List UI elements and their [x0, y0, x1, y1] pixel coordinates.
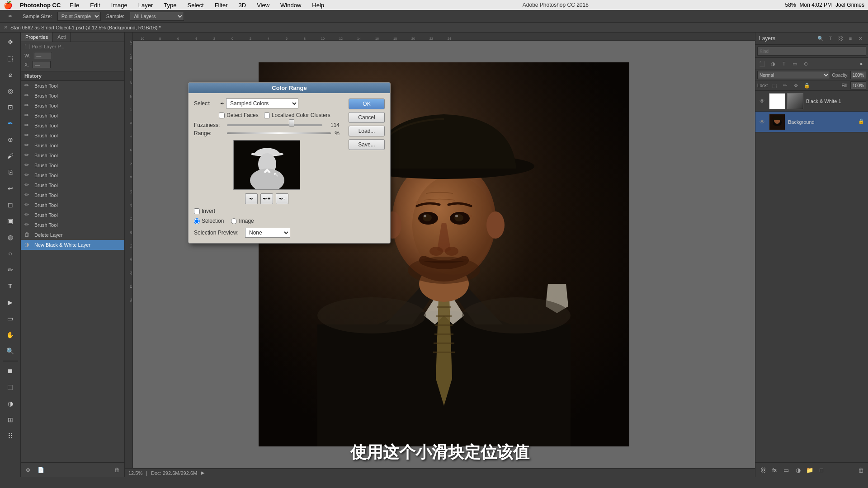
layers-search-input[interactable]: [757, 47, 866, 56]
layer-menu[interactable]: Layer: [137, 2, 155, 9]
selection-tool[interactable]: ⬚: [3, 51, 18, 66]
crop-tool[interactable]: ⊡: [3, 99, 18, 115]
layer-item-bg[interactable]: 👁 Background 🔒: [755, 112, 868, 132]
history-item-7[interactable]: ✏Brush Tool: [21, 150, 124, 160]
type-menu[interactable]: Type: [162, 2, 178, 9]
selection-radio[interactable]: Selection: [194, 218, 224, 224]
layers-extra-btn[interactable]: ≡: [846, 34, 854, 42]
layer-group-btn[interactable]: 📁: [804, 465, 815, 475]
close-doc-btn[interactable]: ✕: [4, 24, 8, 30]
history-item-10[interactable]: ✏Brush Tool: [21, 180, 124, 190]
ok-button[interactable]: OK: [349, 99, 385, 109]
lock-transparent-btn[interactable]: ⬚: [770, 81, 779, 89]
apple-menu[interactable]: 🍎: [4, 1, 13, 9]
history-item-0[interactable]: ✏Brush Tool: [21, 81, 124, 91]
document-tab[interactable]: ✕ Stan 0862 as Smart Object-1.psd @ 12.5…: [0, 23, 868, 33]
path-select-tool[interactable]: ▶: [3, 295, 18, 310]
eyedropper-add-btn[interactable]: ✒+: [260, 193, 273, 204]
brush-tool[interactable]: 🖌: [3, 148, 18, 164]
sample-value-select[interactable]: All Layers: [130, 12, 184, 21]
select-dropdown[interactable]: Sampled Colors: [226, 99, 298, 108]
quick-select-tool[interactable]: ◎: [3, 83, 18, 99]
fill-input[interactable]: [850, 81, 866, 89]
lock-position-btn[interactable]: ✥: [792, 81, 801, 89]
filter-pixel-btn[interactable]: ⬛: [757, 59, 767, 69]
history-item-16[interactable]: ◑New Black & White Layer: [21, 240, 124, 250]
save-button[interactable]: Save...: [349, 139, 385, 150]
layer-adj-btn[interactable]: ◑: [793, 465, 803, 475]
clone-stamp-tool[interactable]: ⎘: [3, 164, 18, 180]
layers-search-btn[interactable]: 🔍: [816, 34, 825, 42]
eyedropper-tool[interactable]: ✒: [3, 116, 18, 131]
layer-link-btn[interactable]: ⛓: [757, 465, 768, 475]
layer-vis-bg[interactable]: 👁: [758, 118, 766, 126]
gradient-tool[interactable]: ▣: [3, 213, 18, 229]
layer-fx-btn[interactable]: fx: [769, 465, 780, 475]
screen-mode[interactable]: ⊞: [3, 412, 18, 427]
snapshot-btn[interactable]: ⊕: [23, 465, 33, 475]
history-brush-tool[interactable]: ↩: [3, 181, 18, 196]
history-item-5[interactable]: ✏Brush Tool: [21, 131, 124, 141]
layer-del-btn[interactable]: 🗑: [855, 465, 866, 475]
filter-type-btn[interactable]: T: [779, 59, 789, 69]
eraser-tool[interactable]: ◻: [3, 197, 18, 212]
lock-all-btn[interactable]: 🔒: [802, 81, 811, 89]
filter-smart-btn[interactable]: ⊕: [801, 59, 811, 69]
layer-mask-btn[interactable]: ▭: [781, 465, 792, 475]
history-item-9[interactable]: ✏Brush Tool: [21, 170, 124, 180]
layers-chain-btn[interactable]: ⛓: [836, 34, 844, 42]
dodge-tool[interactable]: ○: [3, 246, 18, 261]
history-item-4[interactable]: ✏Brush Tool: [21, 121, 124, 131]
history-item-6[interactable]: ✏Brush Tool: [21, 141, 124, 150]
foreground-color[interactable]: ■: [3, 363, 18, 379]
layers-type-btn[interactable]: T: [826, 34, 835, 42]
blur-tool[interactable]: ◍: [3, 230, 18, 245]
filter-menu[interactable]: Filter: [213, 2, 230, 9]
3d-menu[interactable]: 3D: [237, 2, 248, 9]
layer-new-btn[interactable]: □: [816, 465, 827, 475]
history-item-1[interactable]: ✏Brush Tool: [21, 91, 124, 101]
window-menu[interactable]: Window: [278, 2, 303, 9]
eyedropper-btn[interactable]: ✒: [245, 193, 258, 204]
move-tool[interactable]: ✥: [3, 34, 18, 50]
text-tool[interactable]: T: [3, 278, 18, 294]
history-item-3[interactable]: ✏Brush Tool: [21, 111, 124, 121]
dialog-title-bar[interactable]: Color Range: [189, 83, 390, 93]
app-name-menu[interactable]: Photoshop CC: [20, 2, 61, 9]
selection-preview-select[interactable]: None: [245, 228, 290, 238]
lasso-tool[interactable]: ⌀: [3, 67, 18, 82]
cancel-button[interactable]: Cancel: [349, 112, 385, 123]
history-item-2[interactable]: ✏Brush Tool: [21, 101, 124, 111]
fuzziness-slider-thumb[interactable]: [289, 119, 294, 127]
sample-size-select[interactable]: Point Sample: [57, 12, 101, 21]
shape-tool[interactable]: ▭: [3, 311, 18, 326]
lock-pixels-btn[interactable]: ✏: [781, 81, 790, 89]
history-item-14[interactable]: ✏Brush Tool: [21, 220, 124, 230]
quick-mask[interactable]: ◑: [3, 396, 18, 411]
localized-clusters-checkbox[interactable]: Localized Color Clusters: [264, 112, 330, 118]
actions-tab[interactable]: Acti: [53, 33, 71, 42]
eyedropper-sub-btn[interactable]: ✒-: [276, 193, 288, 204]
blend-mode-select[interactable]: Normal: [757, 71, 830, 79]
history-item-12[interactable]: ✏Brush Tool: [21, 200, 124, 210]
history-item-11[interactable]: ✏Brush Tool: [21, 190, 124, 200]
filter-adj-btn[interactable]: ◑: [768, 59, 778, 69]
history-item-13[interactable]: ✏Brush Tool: [21, 210, 124, 220]
layer-item-bw[interactable]: 👁 Black & White 1: [755, 91, 868, 112]
extra-tools[interactable]: ⠿: [3, 428, 18, 444]
help-menu[interactable]: Help: [310, 2, 326, 9]
layers-close-btn[interactable]: ✕: [856, 34, 864, 42]
invert-checkbox[interactable]: Invert: [194, 208, 340, 214]
nav-arrow[interactable]: ▶: [201, 470, 204, 476]
opacity-input[interactable]: [850, 71, 866, 79]
file-menu[interactable]: File: [68, 2, 81, 9]
detect-faces-checkbox[interactable]: Detect Faces: [219, 112, 259, 118]
history-item-8[interactable]: ✏Brush Tool: [21, 160, 124, 170]
pen-tool[interactable]: ✏: [3, 262, 18, 277]
spot-heal-tool[interactable]: ⊕: [3, 132, 18, 147]
edit-menu[interactable]: Edit: [88, 2, 102, 9]
image-radio[interactable]: Image: [231, 218, 254, 224]
filter-shape-btn[interactable]: ▭: [790, 59, 800, 69]
history-item-15[interactable]: 🗑Delete Layer: [21, 230, 124, 240]
delete-state-btn[interactable]: 🗑: [112, 465, 123, 475]
